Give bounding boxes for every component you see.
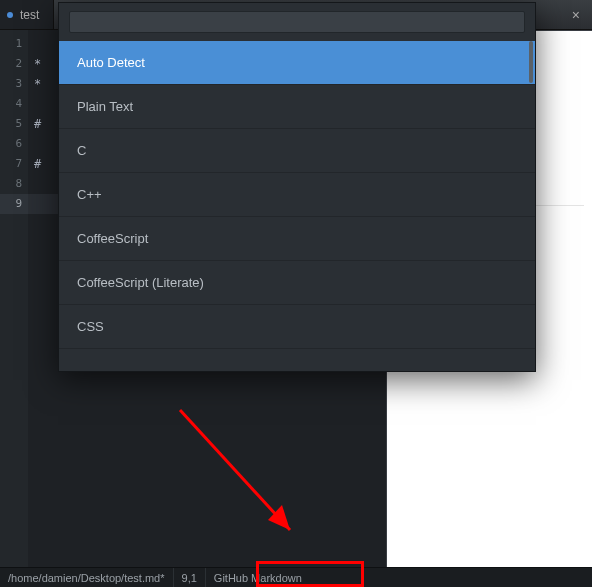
line-number: 7 (0, 154, 28, 174)
modified-dot-icon (7, 12, 13, 18)
line-number: 1 (0, 34, 28, 54)
palette-item-plain-text[interactable]: Plain Text (59, 85, 535, 129)
palette-item-css[interactable]: CSS (59, 305, 535, 349)
palette-item-cpp[interactable]: C++ (59, 173, 535, 217)
palette-scrollbar[interactable] (529, 41, 533, 83)
line-number: 9 (0, 194, 28, 214)
close-tab-button[interactable]: × (564, 0, 588, 30)
gutter: 1 2 3 4 5 6 7 8 9 (0, 30, 28, 567)
line-number: 3 (0, 74, 28, 94)
line-number: 2 (0, 54, 28, 74)
palette-item-coffeescript[interactable]: CoffeeScript (59, 217, 535, 261)
status-file-path[interactable]: /home/damien/Desktop/test.md* (0, 568, 174, 587)
status-cursor-position[interactable]: 9,1 (174, 568, 206, 587)
line-number: 4 (0, 94, 28, 114)
line-number: 8 (0, 174, 28, 194)
line-number: 6 (0, 134, 28, 154)
tab-test[interactable]: test (0, 0, 54, 29)
palette-item-coffeescript-literate[interactable]: CoffeeScript (Literate) (59, 261, 535, 305)
palette-item-c[interactable]: C (59, 129, 535, 173)
status-bar: /home/damien/Desktop/test.md* 9,1 GitHub… (0, 567, 592, 587)
grammar-selector-palette: Auto Detect Plain Text C C++ CoffeeScrip… (58, 2, 536, 372)
line-number: 5 (0, 114, 28, 134)
palette-search-input[interactable] (69, 11, 525, 33)
palette-item-auto-detect[interactable]: Auto Detect (59, 41, 535, 85)
palette-list: Auto Detect Plain Text C C++ CoffeeScrip… (59, 41, 535, 371)
tab-label: test (20, 8, 39, 22)
close-icon: × (572, 7, 580, 23)
status-grammar-selector[interactable]: GitHub Markdown (206, 568, 310, 587)
